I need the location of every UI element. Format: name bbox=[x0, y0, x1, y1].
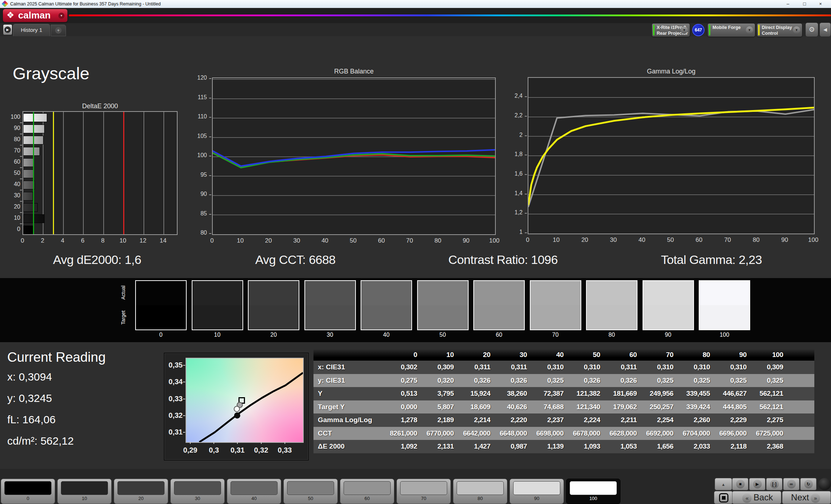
table-cell: 339,455 bbox=[677, 387, 714, 400]
deltae-category-label: 70 bbox=[0, 146, 20, 155]
cie-marker-reference-dot bbox=[234, 412, 240, 419]
app-header: ❖ calman ▼ bbox=[0, 8, 831, 23]
x-tick-label: 60 bbox=[370, 237, 392, 244]
table-cell: 0,310 bbox=[531, 361, 567, 374]
cie-marker-current-reading bbox=[234, 406, 240, 412]
table-cell: 0,987 bbox=[494, 440, 531, 453]
tick-mark bbox=[20, 145, 22, 146]
maximize-button[interactable]: □ bbox=[797, 0, 812, 8]
table-cell: 38,260 bbox=[494, 387, 531, 400]
history-play-button[interactable]: ▶ bbox=[3, 24, 12, 35]
grid-line bbox=[103, 112, 104, 234]
target-swatch bbox=[418, 305, 468, 329]
table-filler bbox=[787, 427, 814, 440]
gamma-svg bbox=[528, 78, 814, 234]
table-cell: 2,033 bbox=[677, 440, 714, 453]
play-icon: ▶ bbox=[4, 26, 11, 33]
swatch-level-label: 90 bbox=[643, 332, 694, 338]
close-button[interactable]: × bbox=[813, 0, 828, 8]
x-tick-label: 80 bbox=[745, 236, 767, 244]
table-cell: 2,220 bbox=[494, 413, 531, 427]
source-label: Mobile Forge bbox=[712, 25, 741, 30]
collapse-panel-button[interactable]: ◀ bbox=[819, 22, 831, 37]
measure-transport-controls: ■▶[·]∞↻ bbox=[732, 478, 817, 490]
patch-button-40[interactable]: 40 bbox=[227, 479, 281, 504]
next-button[interactable]: Next» bbox=[782, 491, 831, 504]
patch-button-10[interactable]: 10 bbox=[57, 479, 112, 504]
calman-menu-button[interactable]: ❖ calman ▼ bbox=[3, 9, 67, 22]
y-tick-label: 85 bbox=[196, 210, 207, 218]
loop-button[interactable]: ↻ bbox=[800, 478, 817, 490]
pattern-window-button[interactable] bbox=[714, 491, 733, 504]
x-tick-label: 90 bbox=[455, 237, 477, 244]
pattern-bar: ▲ ■▶[·]∞↻ «Back Next» 010203040506070809… bbox=[0, 469, 831, 504]
play-button[interactable]: ▶ bbox=[749, 478, 765, 490]
table-column-header: 90 bbox=[714, 349, 750, 361]
deltae-category-label: 100 bbox=[0, 113, 20, 121]
table-cell: 0,311 bbox=[457, 361, 494, 374]
grayscale-swatch-50 bbox=[417, 280, 469, 330]
display-control-dropdown[interactable]: Direct Display Control ▼ bbox=[757, 23, 802, 37]
y-tick-label: 120 bbox=[196, 75, 207, 83]
continuous-button[interactable]: ∞ bbox=[783, 478, 799, 490]
settings-button[interactable]: ⚙ bbox=[805, 22, 818, 37]
patch-button-30[interactable]: 30 bbox=[170, 479, 225, 504]
meter-dropdown[interactable]: X-Rite i1Pro 3 Rear Projector ▼ bbox=[652, 23, 690, 37]
table-cell: 0,000 bbox=[384, 400, 421, 414]
tick-mark bbox=[183, 415, 185, 416]
tick-mark bbox=[20, 201, 22, 202]
actual-swatch bbox=[643, 281, 693, 305]
patch-button-90[interactable]: 90 bbox=[510, 479, 564, 504]
tab-history-1[interactable]: History 1 bbox=[13, 24, 50, 36]
tick-mark bbox=[237, 442, 238, 444]
patch-button-0[interactable]: 0 bbox=[1, 479, 55, 504]
table-cell: 1,093 bbox=[567, 440, 604, 453]
meter-count-badge[interactable]: 647 bbox=[692, 24, 705, 36]
table-cell: 6692,000 bbox=[640, 427, 677, 440]
table-cell: 0,326 bbox=[494, 374, 531, 387]
x-tick-label: 14 bbox=[152, 237, 174, 244]
target-row-label: Target bbox=[120, 305, 126, 330]
tick-mark bbox=[183, 399, 185, 399]
table-cell: 74,688 bbox=[531, 400, 567, 414]
table-cell: 0,320 bbox=[421, 374, 457, 387]
reference-line bbox=[33, 112, 34, 234]
patch-label: 50 bbox=[284, 496, 337, 501]
x-tick-label: 90 bbox=[774, 236, 795, 244]
table-cell: 3,795 bbox=[421, 387, 457, 400]
patch-swatch bbox=[174, 481, 221, 495]
pattern-source-dropdown[interactable]: Mobile Forge ▼ bbox=[707, 23, 755, 37]
deltae-bar-0 bbox=[23, 226, 34, 234]
patch-button-50[interactable]: 50 bbox=[283, 479, 338, 504]
patch-button-60[interactable]: 60 bbox=[340, 479, 394, 504]
deltae-category-label: 30 bbox=[0, 191, 20, 200]
table-cell: 6698,000 bbox=[531, 427, 567, 440]
x-tick-label: 40 bbox=[631, 236, 653, 244]
grid-line bbox=[63, 112, 64, 234]
patch-button-80[interactable]: 80 bbox=[453, 479, 507, 504]
minimize-button[interactable]: – bbox=[780, 0, 795, 8]
tick-mark bbox=[20, 212, 22, 213]
grayscale-swatch-30 bbox=[304, 280, 356, 330]
calman-logo-text: calman bbox=[18, 10, 51, 21]
patch-button-70[interactable]: 70 bbox=[396, 479, 451, 504]
pattern-window-button[interactable]: [·] bbox=[766, 478, 782, 490]
y-tick-label: 2 bbox=[511, 132, 523, 140]
table-row: CCT8261,0006770,0006642,0006648,0006698,… bbox=[313, 427, 814, 440]
table-cell: 179,062 bbox=[604, 400, 640, 414]
patch-button-100[interactable]: 100 bbox=[566, 479, 620, 504]
table-cell: 0,326 bbox=[567, 374, 604, 387]
x-tick-label: 30 bbox=[602, 236, 624, 244]
table-cell: 562,121 bbox=[750, 400, 787, 414]
actual-swatch bbox=[305, 281, 355, 305]
tick-mark bbox=[209, 156, 211, 156]
patch-swatch bbox=[400, 481, 447, 495]
stop-button[interactable]: ■ bbox=[732, 478, 748, 490]
patch-swatch bbox=[513, 481, 560, 495]
add-tab-button[interactable]: + bbox=[51, 25, 66, 36]
table-filler bbox=[787, 361, 814, 374]
table-column-header: 80 bbox=[677, 349, 714, 361]
expand-pattern-bar-button[interactable]: ▲ bbox=[715, 478, 732, 490]
patch-button-20[interactable]: 20 bbox=[114, 479, 168, 504]
back-button[interactable]: «Back bbox=[732, 491, 781, 504]
